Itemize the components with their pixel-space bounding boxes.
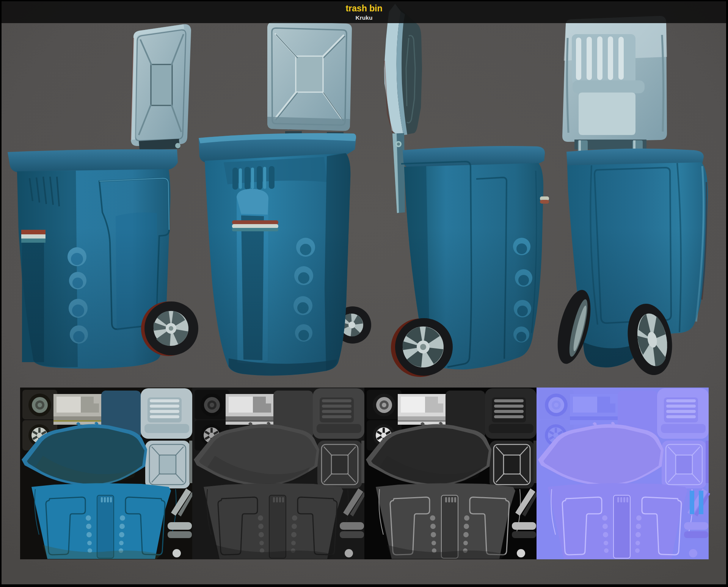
svg-text:Kruku: Kruku: [356, 14, 373, 21]
svg-text:trash bin: trash bin: [345, 3, 382, 13]
